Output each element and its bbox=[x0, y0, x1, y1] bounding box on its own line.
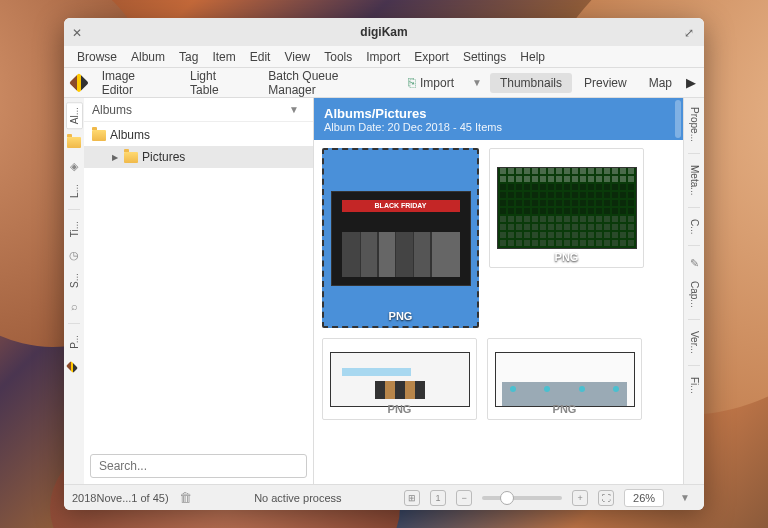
thumbnail-item[interactable]: PNG bbox=[489, 148, 644, 268]
close-icon[interactable]: ✕ bbox=[72, 26, 84, 38]
view-mode-icon[interactable]: ⊞ bbox=[404, 490, 420, 506]
trash-icon[interactable]: 🗑 bbox=[179, 490, 192, 505]
album-tree[interactable]: Albums ▶ Pictures bbox=[84, 122, 313, 448]
status-left: 2018Nove...1 of 45) bbox=[72, 492, 169, 504]
expand-icon[interactable]: ▶ bbox=[112, 153, 120, 162]
rtab-metadata[interactable]: Meta... bbox=[686, 160, 703, 201]
albums-panel: Albums ▼ Albums ▶ Pictures bbox=[84, 98, 314, 484]
menu-import[interactable]: Import bbox=[359, 50, 407, 64]
zoom-level-box[interactable]: 26% bbox=[624, 489, 664, 507]
album-title: Albums/Pictures bbox=[324, 106, 673, 121]
menu-album[interactable]: Album bbox=[124, 50, 172, 64]
divider bbox=[688, 319, 700, 320]
divider bbox=[68, 323, 80, 324]
zoom-fit-icon[interactable]: ⛶ bbox=[598, 490, 614, 506]
folder-icon[interactable] bbox=[67, 135, 81, 149]
image-editor-button[interactable]: Image Editor bbox=[92, 66, 178, 100]
zoom-slider[interactable] bbox=[482, 496, 562, 500]
menu-item[interactable]: Item bbox=[205, 50, 242, 64]
divider bbox=[68, 209, 80, 210]
thumbnail-item[interactable]: PNG bbox=[487, 338, 642, 420]
rtab-captions[interactable]: Cap... bbox=[686, 276, 703, 313]
rtab-properties[interactable]: Prope... bbox=[686, 102, 703, 147]
scroll-indicator[interactable] bbox=[675, 100, 681, 138]
rtab-colors[interactable]: C... bbox=[686, 214, 703, 240]
map-button[interactable]: Map bbox=[639, 73, 682, 93]
ltab-albums[interactable]: Al... bbox=[66, 102, 83, 129]
format-badge: PNG bbox=[555, 251, 579, 263]
menu-help[interactable]: Help bbox=[513, 50, 552, 64]
toolbar: Image Editor Light Table Batch Queue Man… bbox=[64, 68, 704, 98]
divider bbox=[688, 365, 700, 366]
import-dropdown-icon[interactable]: ▼ bbox=[466, 77, 488, 88]
maximize-icon[interactable]: ⤢ bbox=[684, 26, 696, 38]
format-badge: PNG bbox=[388, 403, 412, 415]
thumbnail-item[interactable]: PNG bbox=[322, 338, 477, 420]
thumbnails-button[interactable]: Thumbnails bbox=[490, 73, 572, 93]
window-title: digiKam bbox=[84, 25, 684, 39]
menu-tag[interactable]: Tag bbox=[172, 50, 205, 64]
zoom-in-icon[interactable]: + bbox=[572, 490, 588, 506]
thumbnail-image bbox=[497, 167, 637, 249]
status-process: No active process bbox=[254, 492, 341, 504]
menu-view[interactable]: View bbox=[277, 50, 317, 64]
ltab-timeline[interactable]: Ti... bbox=[66, 216, 83, 242]
thumbnail-image bbox=[330, 352, 470, 407]
format-badge: PNG bbox=[389, 310, 413, 322]
menu-export[interactable]: Export bbox=[407, 50, 456, 64]
format-badge: PNG bbox=[553, 403, 577, 415]
tree-row-albums[interactable]: Albums bbox=[84, 124, 313, 146]
ltab-search[interactable]: S... bbox=[66, 268, 83, 293]
right-sidebar-tabs: Prope... Meta... C... ✎ Cap... Ver... Fi… bbox=[684, 98, 704, 484]
app-window: ✕ digiKam ⤢ Browse Album Tag Item Edit V… bbox=[64, 18, 704, 510]
rtab-filters[interactable]: Fi... bbox=[686, 372, 703, 399]
tag-icon[interactable]: ◈ bbox=[67, 159, 81, 173]
preview-button[interactable]: Preview bbox=[574, 73, 637, 93]
window-body: Al... ◈ L... Ti... ◷ S... ⌕ P... Albums … bbox=[64, 98, 704, 484]
menu-settings[interactable]: Settings bbox=[456, 50, 513, 64]
thumbnail-grid[interactable]: BLACK FRIDAY PNG PNG PNG PNG bbox=[314, 140, 683, 484]
ltab-people[interactable]: P... bbox=[66, 330, 83, 354]
divider bbox=[688, 207, 700, 208]
ltab-l[interactable]: L... bbox=[66, 179, 83, 203]
titlebar[interactable]: ✕ digiKam ⤢ bbox=[64, 18, 704, 46]
menu-edit[interactable]: Edit bbox=[243, 50, 278, 64]
tree-row-pictures[interactable]: ▶ Pictures bbox=[84, 146, 313, 168]
import-icon: ⎘ bbox=[408, 75, 416, 90]
panel-title: Albums bbox=[92, 103, 132, 117]
editor-icon bbox=[69, 73, 89, 93]
album-header: Albums/Pictures Album Date: 20 Dec 2018 … bbox=[314, 98, 683, 140]
panel-sort-icon[interactable]: ▼ bbox=[283, 104, 305, 115]
search-icon[interactable]: ⌕ bbox=[67, 299, 81, 313]
toolbar-overflow-icon[interactable]: ▶ bbox=[686, 75, 696, 90]
brush-icon[interactable] bbox=[67, 360, 81, 374]
view-count-icon[interactable]: 1 bbox=[430, 490, 446, 506]
folder-icon bbox=[124, 152, 138, 163]
thumbnail-item[interactable]: BLACK FRIDAY PNG bbox=[322, 148, 479, 328]
light-table-button[interactable]: Light Table bbox=[180, 66, 256, 100]
menu-tools[interactable]: Tools bbox=[317, 50, 359, 64]
search-input[interactable] bbox=[90, 454, 307, 478]
menu-browse[interactable]: Browse bbox=[70, 50, 124, 64]
statusbar: 2018Nove...1 of 45) 🗑 No active process … bbox=[64, 484, 704, 510]
rtab-versions[interactable]: Ver... bbox=[686, 326, 703, 359]
menubar: Browse Album Tag Item Edit View Tools Im… bbox=[64, 46, 704, 68]
divider bbox=[688, 245, 700, 246]
clock-icon[interactable]: ◷ bbox=[67, 248, 81, 262]
batch-queue-button[interactable]: Batch Queue Manager bbox=[258, 66, 396, 100]
album-subtitle: Album Date: 20 Dec 2018 - 45 Items bbox=[324, 121, 673, 133]
import-button[interactable]: ⎘ Import bbox=[398, 72, 464, 93]
pen-icon[interactable]: ✎ bbox=[687, 256, 701, 270]
panel-header: Albums ▼ bbox=[84, 98, 313, 122]
thumbnail-image bbox=[495, 352, 635, 407]
slider-handle[interactable] bbox=[500, 491, 514, 505]
left-sidebar-tabs: Al... ◈ L... Ti... ◷ S... ⌕ P... bbox=[64, 98, 84, 484]
zoom-dropdown-icon[interactable]: ▼ bbox=[674, 492, 696, 503]
main-panel: Albums/Pictures Album Date: 20 Dec 2018 … bbox=[314, 98, 684, 484]
zoom-out-icon[interactable]: − bbox=[456, 490, 472, 506]
thumbnail-image: BLACK FRIDAY bbox=[331, 191, 471, 286]
zoom-value: 26% bbox=[633, 492, 655, 504]
search-bar bbox=[84, 448, 313, 484]
divider bbox=[688, 153, 700, 154]
folder-icon bbox=[92, 130, 106, 141]
